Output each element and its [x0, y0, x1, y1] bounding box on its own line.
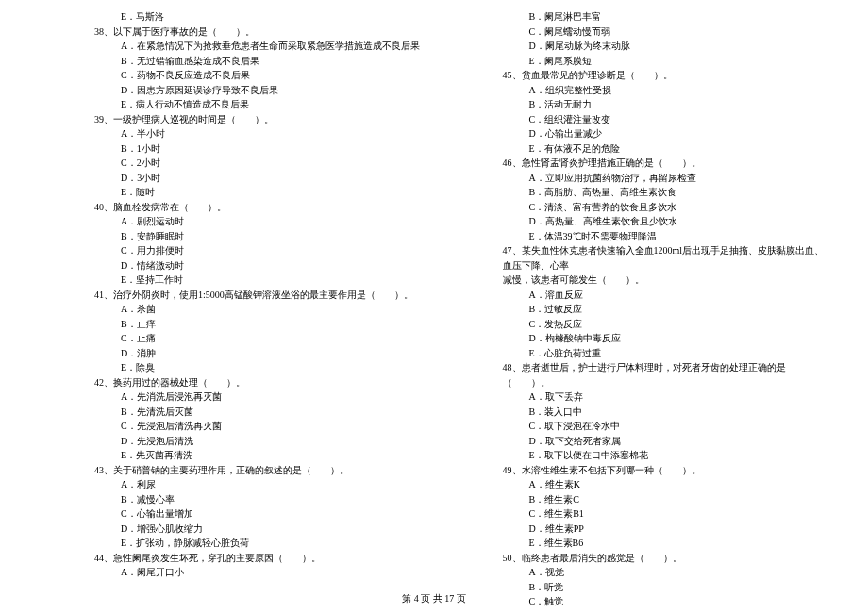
option-43c: C．心输出量增加 [94, 506, 423, 522]
option-39c: C．2小时 [94, 156, 423, 171]
page-footer: 第 4 页 共 17 页 [0, 592, 868, 605]
question-43: 43、关于硝普钠的主要药理作用，正确的叙述的是（ ）。 [94, 463, 423, 478]
option-45c: C．组织灌注量改变 [503, 112, 831, 127]
option-47a: A．溶血反应 [503, 288, 831, 303]
option-38b: B．无过错输血感染造成不良后果 [94, 54, 423, 69]
option-38e: E．病人行动不慎造成不良后果 [94, 97, 423, 112]
option-38a: A．在紧急情况下为抢救垂危患者生命而采取紧急医学措施造成不良后果 [94, 39, 423, 54]
option-42d: D．先浸泡后清洗 [94, 434, 423, 449]
option-40e: E．坚持工作时 [94, 273, 423, 288]
option-38c: C．药物不良反应造成不良后果 [94, 68, 423, 83]
option-41e: E．除臭 [94, 360, 423, 375]
option-46c: C．清淡、富有营养的饮食且多饮水 [503, 200, 831, 215]
option-40c: C．用力排便时 [94, 243, 423, 258]
option-43e: E．扩张动，静脉减轻心脏负荷 [94, 536, 423, 551]
option-42e: E．先灭菌再清洗 [94, 448, 423, 463]
option-38d: D．因患方原因延误诊疗导致不良后果 [94, 83, 423, 98]
option-44c: C．阑尾蠕动慢而弱 [503, 25, 831, 40]
option-44d: D．阑尾动脉为终末动脉 [503, 39, 831, 54]
option-50a: A．视觉 [503, 565, 831, 580]
page-container: E．马斯洛 38、以下属于医疗事故的是（ ）。 A．在紧急情况下为抢救垂危患者生… [0, 0, 868, 585]
option-40b: B．安静睡眠时 [94, 229, 423, 244]
question-42: 42、换药用过的器械处理（ ）。 [94, 375, 423, 390]
question-44: 44、急性阑尾炎发生坏死，穿孔的主要原因（ ）。 [94, 551, 423, 566]
option-49a: A．维生素K [503, 477, 831, 492]
option-42a: A．先消洗后浸泡再灭菌 [94, 389, 423, 405]
option-40a: A．剧烈运动时 [94, 214, 423, 229]
option-41c: C．止痛 [94, 331, 423, 346]
option-44a: A．阑尾开口小 [94, 565, 423, 580]
option-44b: B．阑尾淋巴丰富 [503, 9, 831, 25]
option-48a: A．取下丢弃 [503, 389, 831, 405]
question-41: 41、治疗外阴炎时，使用1:5000高锰酸钾溶液坐浴的最主要作用是（ ）。 [94, 288, 423, 303]
option-41d: D．消肿 [94, 346, 423, 361]
option-42c: C．先浸泡后清洗再灭菌 [94, 419, 423, 434]
option-43a: A．利尿 [94, 477, 423, 492]
question-47: 47、某失血性休克患者快速输入全血1200ml后出现手足抽搐、皮肤黏膜出血、血压… [503, 243, 831, 273]
option-45a: A．组织完整性受损 [503, 83, 831, 98]
option-49c: C．维生素B1 [503, 506, 831, 522]
question-40: 40、脑血栓发病常在（ ）。 [94, 200, 423, 215]
question-50: 50、临终患者最后消失的感觉是（ ）。 [503, 551, 831, 566]
option-41a: A．杀菌 [94, 302, 423, 317]
option-45b: B．活动无耐力 [503, 97, 831, 112]
question-48: 48、患者逝世后，护士进行尸体料理时，对死者牙齿的处理正确的是（ ）。 [503, 360, 831, 389]
option-42b: B．先清洗后灭菌 [94, 405, 423, 420]
option-39b: B．1小时 [94, 141, 423, 157]
option-49e: E．维生素B6 [503, 536, 831, 551]
option-37e: E．马斯洛 [94, 9, 423, 25]
option-48c: C．取下浸泡在冷水中 [503, 419, 831, 434]
option-47b: B．过敏反应 [503, 302, 831, 317]
option-43b: B．减慢心率 [94, 492, 423, 507]
question-39: 39、一级护理病人巡视的时间是（ ）。 [94, 112, 423, 127]
question-46: 46、急性肾盂肾炎护理措施正确的是（ ）。 [503, 156, 831, 171]
option-47c: C．发热反应 [503, 317, 831, 332]
option-46a: A．立即应用抗菌药物治疗，再留尿检查 [503, 171, 831, 186]
option-49d: D．维生素PP [503, 522, 831, 537]
option-45e: E．有体液不足的危险 [503, 141, 831, 157]
option-49b: B．维生素C [503, 492, 831, 507]
question-47-cont: 减慢，该患者可能发生（ ）。 [503, 273, 831, 288]
option-46b: B．高脂肪、高热量、高维生素饮食 [503, 185, 831, 200]
option-48b: B．装入口中 [503, 405, 831, 420]
right-column: B．阑尾淋巴丰富 C．阑尾蠕动慢而弱 D．阑尾动脉为终末动脉 E．阑尾系膜短 4… [446, 9, 869, 585]
left-column: E．马斯洛 38、以下属于医疗事故的是（ ）。 A．在紧急情况下为抢救垂危患者生… [0, 9, 446, 585]
option-46d: D．高热量、高维生素饮食且少饮水 [503, 214, 831, 229]
option-48d: D．取下交给死者家属 [503, 434, 831, 449]
question-45: 45、贫血最常见的护理诊断是（ ）。 [503, 68, 831, 83]
option-39d: D．3小时 [94, 171, 423, 186]
option-39a: A．半小时 [94, 126, 423, 141]
option-47d: D．枸橼酸钠中毒反应 [503, 331, 831, 346]
option-45d: D．心输出量减少 [503, 126, 831, 141]
option-47e: E．心脏负荷过重 [503, 346, 831, 361]
option-40d: D．情绪激动时 [94, 258, 423, 273]
question-49: 49、水溶性维生素不包括下列哪一种（ ）。 [503, 463, 831, 478]
option-48e: E．取下以便在口中添塞棉花 [503, 448, 831, 463]
option-44e: E．阑尾系膜短 [503, 54, 831, 69]
option-39e: E．随时 [94, 185, 423, 200]
option-46e: E．体温39℃时不需要物理降温 [503, 229, 831, 244]
question-38: 38、以下属于医疗事故的是（ ）。 [94, 25, 423, 40]
option-41b: B．止痒 [94, 317, 423, 332]
option-43d: D．增强心肌收缩力 [94, 522, 423, 537]
